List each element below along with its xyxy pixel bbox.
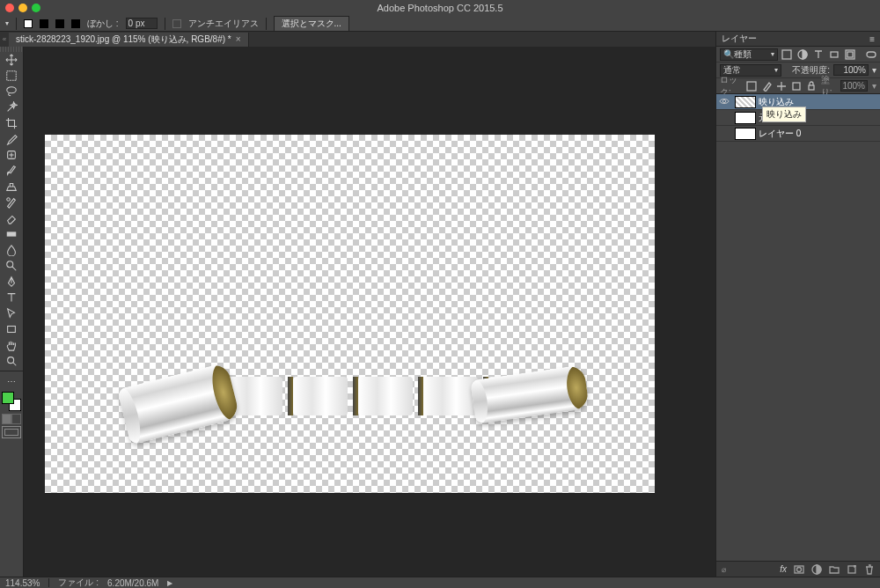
- rectangle-tool[interactable]: [0, 321, 22, 337]
- filter-kind-select[interactable]: 🔍種類▾: [720, 48, 778, 61]
- delete-layer-icon[interactable]: [864, 564, 875, 575]
- edit-toolbar-icon[interactable]: ⋯: [0, 373, 22, 389]
- document-canvas[interactable]: [45, 135, 655, 493]
- screen-mode-button[interactable]: [2, 426, 21, 438]
- eyedropper-tool[interactable]: [0, 131, 22, 147]
- lasso-tool[interactable]: [0, 84, 22, 99]
- lock-all-icon[interactable]: [806, 81, 817, 92]
- filter-shape-icon[interactable]: [829, 49, 840, 60]
- lock-fill-row: ロック: 塗り: 100% ▾: [716, 78, 880, 94]
- type-tool[interactable]: [0, 290, 22, 305]
- lock-position-icon[interactable]: [776, 81, 787, 92]
- zoom-tool[interactable]: [0, 353, 22, 369]
- foreground-color-swatch[interactable]: [2, 392, 14, 404]
- selection-intersect-icon[interactable]: [71, 19, 80, 28]
- filter-pixel-icon[interactable]: [781, 49, 792, 60]
- svg-rect-17: [809, 85, 814, 90]
- filter-smart-icon[interactable]: [845, 49, 855, 60]
- group-icon[interactable]: [829, 564, 840, 575]
- crop-tool[interactable]: [0, 115, 22, 131]
- svg-rect-11: [831, 52, 838, 57]
- visibility-toggle[interactable]: [716, 97, 732, 107]
- layer-name-tooltip: 映り込み: [762, 107, 806, 122]
- separator: [165, 18, 165, 30]
- layers-panel: レイヤー ≡ 🔍種類▾ 通常▾ 不透明度: 100% ▾ ロック: 塗り: 10…: [715, 32, 880, 577]
- blur-tool[interactable]: [0, 242, 22, 258]
- title-bar: Adobe Photoshop CC 2015.5: [0, 0, 880, 16]
- selection-subtract-icon[interactable]: [55, 19, 64, 28]
- move-tool[interactable]: [0, 52, 22, 68]
- canvas-area[interactable]: [24, 47, 715, 577]
- separator: [16, 18, 17, 30]
- panel-header[interactable]: レイヤー ≡: [716, 32, 880, 47]
- doc-info-value: 6.20M/20.6M: [107, 578, 158, 588]
- svg-rect-1: [6, 71, 16, 81]
- panel-menu-icon[interactable]: ≡: [869, 34, 875, 44]
- select-and-mask-button[interactable]: 選択とマスク...: [274, 16, 349, 32]
- link-layers-icon[interactable]: ⌀: [722, 565, 726, 574]
- fill-input[interactable]: 100%: [840, 80, 868, 92]
- clone-stamp-tool[interactable]: [0, 179, 22, 195]
- svg-rect-16: [793, 83, 800, 90]
- selection-new-icon[interactable]: [24, 19, 33, 28]
- layer-thumbnail[interactable]: [735, 96, 756, 108]
- separator: [266, 18, 267, 30]
- svg-point-4: [6, 198, 10, 202]
- svg-point-18: [722, 99, 725, 102]
- magic-wand-tool[interactable]: [0, 99, 22, 115]
- status-bar: 114.53% ファイル : 6.20M/20.6M ▶: [0, 577, 880, 588]
- separator: [48, 578, 49, 587]
- filter-type-icon[interactable]: [813, 49, 824, 60]
- svg-rect-14: [867, 52, 876, 57]
- tab-scroll-left[interactable]: «: [0, 35, 9, 43]
- gradient-tool[interactable]: [0, 226, 22, 242]
- healing-brush-tool[interactable]: [0, 147, 22, 163]
- zoom-level[interactable]: 114.53%: [5, 578, 40, 588]
- lock-image-icon[interactable]: [761, 81, 772, 92]
- app-title: Adobe Photoshop CC 2015.5: [377, 3, 502, 13]
- panel-title: レイヤー: [722, 33, 757, 45]
- feather-label: ぼかし :: [87, 18, 119, 30]
- history-brush-tool[interactable]: [0, 195, 22, 210]
- close-tab-icon[interactable]: ×: [236, 33, 241, 47]
- lock-artboard-icon[interactable]: [791, 81, 802, 92]
- adjustment-layer-icon[interactable]: [811, 564, 822, 575]
- doc-info-menu-icon[interactable]: ▶: [167, 579, 172, 587]
- path-selection-tool[interactable]: [0, 305, 22, 321]
- filter-adjustment-icon[interactable]: [797, 49, 808, 60]
- pen-tool[interactable]: [0, 274, 22, 290]
- svg-rect-13: [847, 52, 853, 57]
- filter-toggle-icon[interactable]: [866, 49, 876, 60]
- hand-tool[interactable]: [0, 337, 22, 353]
- layer-name[interactable]: レイヤー 0: [759, 128, 801, 140]
- eraser-tool[interactable]: [0, 210, 22, 226]
- selection-add-icon[interactable]: [40, 19, 48, 28]
- svg-point-6: [6, 261, 12, 268]
- close-window-button[interactable]: [5, 4, 14, 12]
- svg-point-2: [6, 87, 16, 93]
- document-tab[interactable]: stick-2828223_1920.jpg @ 115% (映り込み, RGB…: [9, 33, 249, 47]
- layer-row[interactable]: レイヤー 0: [716, 126, 880, 142]
- opacity-input[interactable]: 100%: [833, 64, 869, 76]
- marquee-tool[interactable]: [0, 68, 22, 84]
- layer-thumbnail[interactable]: [735, 112, 756, 124]
- brush-tool[interactable]: [0, 163, 22, 179]
- dodge-tool[interactable]: [0, 258, 22, 274]
- antialias-checkbox[interactable]: [172, 19, 181, 28]
- color-swatches[interactable]: [2, 392, 21, 411]
- layer-thumbnail[interactable]: [735, 128, 756, 140]
- new-layer-icon[interactable]: [847, 564, 857, 575]
- fx-menu[interactable]: fx: [780, 564, 787, 574]
- chevron-down-icon[interactable]: ▾: [872, 81, 876, 91]
- active-tool-indicator[interactable]: ▾: [4, 19, 9, 27]
- svg-rect-5: [6, 232, 16, 236]
- layer-mask-icon[interactable]: [794, 564, 804, 575]
- quick-mask-toggle[interactable]: [2, 414, 21, 424]
- lock-transparency-icon[interactable]: [746, 81, 757, 92]
- chevron-down-icon[interactable]: ▾: [872, 65, 876, 75]
- svg-point-8: [7, 357, 13, 364]
- feather-input[interactable]: [126, 18, 158, 29]
- minimize-window-button[interactable]: [18, 4, 27, 12]
- maximize-window-button[interactable]: [32, 4, 40, 12]
- svg-rect-7: [7, 327, 15, 333]
